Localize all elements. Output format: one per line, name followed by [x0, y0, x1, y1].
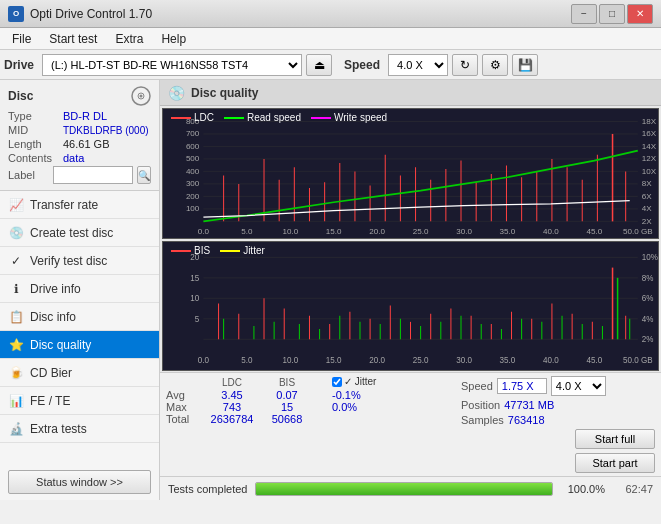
- sidebar-item-disc-info[interactable]: 📋 Disc info: [0, 303, 159, 331]
- refresh-button[interactable]: ↻: [452, 54, 478, 76]
- extra-tests-icon: 🔬: [8, 421, 24, 437]
- svg-text:20.0: 20.0: [369, 356, 385, 365]
- svg-text:15.0: 15.0: [326, 356, 342, 365]
- sidebar-item-drive-info[interactable]: ℹ Drive info: [0, 275, 159, 303]
- jitter-label: ✓ Jitter: [344, 376, 376, 387]
- write-speed-legend: Write speed: [311, 112, 387, 123]
- svg-text:15.0: 15.0: [326, 228, 342, 236]
- start-part-button[interactable]: Start part: [575, 453, 655, 473]
- sidebar-item-verify-test-disc-label: Verify test disc: [30, 254, 107, 268]
- jitter-checkbox[interactable]: [332, 377, 342, 387]
- verify-test-disc-icon: ✓: [8, 253, 24, 269]
- svg-text:20.0: 20.0: [369, 228, 385, 236]
- chart1-svg: 800 700 600 500 400 300 200 100 18X 16X …: [163, 109, 658, 238]
- window-controls: − □ ✕: [571, 4, 653, 24]
- drive-select[interactable]: (L:) HL-DT-ST BD-RE WH16NS58 TST4: [42, 54, 302, 76]
- svg-text:30.0: 30.0: [456, 228, 472, 236]
- samples-label: Samples: [461, 414, 504, 426]
- menu-extra[interactable]: Extra: [107, 30, 151, 48]
- label-input[interactable]: [53, 166, 133, 184]
- svg-text:45.0: 45.0: [586, 356, 602, 365]
- sidebar-item-fe-te[interactable]: 📊 FE / TE: [0, 387, 159, 415]
- app-title: Opti Drive Control 1.70: [30, 7, 152, 21]
- drive-label: Drive: [4, 58, 34, 72]
- content-header-icon: 💿: [168, 85, 185, 101]
- svg-text:50.0 GB: 50.0 GB: [623, 356, 653, 365]
- length-value: 46.61 GB: [63, 138, 109, 150]
- label-browse-button[interactable]: 🔍: [137, 166, 151, 184]
- sidebar-item-extra-tests-label: Extra tests: [30, 422, 87, 436]
- svg-text:14X: 14X: [642, 143, 656, 151]
- speed-label: Speed: [344, 58, 380, 72]
- svg-text:8X: 8X: [642, 180, 652, 188]
- svg-text:400: 400: [186, 168, 199, 176]
- close-button[interactable]: ✕: [627, 4, 653, 24]
- sidebar-item-fe-te-label: FE / TE: [30, 394, 70, 408]
- bis-legend: BIS: [171, 245, 210, 256]
- speed-static-label: Speed: [461, 380, 493, 392]
- avg-label: Avg: [166, 389, 202, 401]
- svg-text:30.0: 30.0: [456, 356, 472, 365]
- content-header: 💿 Disc quality: [160, 80, 661, 106]
- svg-text:25.0: 25.0: [413, 228, 429, 236]
- svg-point-2: [140, 95, 143, 98]
- content-title: Disc quality: [191, 86, 258, 100]
- avg-bis: 0.07: [262, 389, 312, 401]
- contents-label: Contents: [8, 152, 63, 164]
- speed-value: 1.75 X: [497, 378, 547, 394]
- transfer-rate-icon: 📈: [8, 197, 24, 213]
- sidebar-item-cd-bier[interactable]: 🍺 CD Bier: [0, 359, 159, 387]
- mid-value: TDKBLDRFB (000): [63, 125, 149, 136]
- eject-button[interactable]: ⏏: [306, 54, 332, 76]
- svg-text:2%: 2%: [642, 335, 654, 344]
- speed-dropdown[interactable]: 4.0 X: [551, 376, 606, 396]
- total-ldc: 2636784: [202, 413, 262, 425]
- speed-select[interactable]: 4.0 X 2.0 X 1.0 X: [388, 54, 448, 76]
- svg-text:45.0: 45.0: [587, 228, 603, 236]
- main-area: Disc Type BD-R DL MID TDKBLDRFB (000) Le…: [0, 80, 661, 500]
- status-window-button[interactable]: Status window >>: [8, 470, 151, 494]
- svg-text:700: 700: [186, 130, 199, 138]
- sidebar-item-create-test-disc-label: Create test disc: [30, 226, 113, 240]
- max-jitter: 0.0%: [332, 401, 455, 413]
- sidebar-item-verify-test-disc[interactable]: ✓ Verify test disc: [0, 247, 159, 275]
- save-button[interactable]: 💾: [512, 54, 538, 76]
- total-bis: 50668: [262, 413, 312, 425]
- sidebar: Disc Type BD-R DL MID TDKBLDRFB (000) Le…: [0, 80, 160, 500]
- sidebar-item-disc-quality[interactable]: ⭐ Disc quality: [0, 331, 159, 359]
- samples-row: Samples 763418: [461, 414, 655, 426]
- avg-ldc: 3.45: [202, 389, 262, 401]
- svg-text:6%: 6%: [642, 294, 654, 303]
- disc-info-icon: 📋: [8, 309, 24, 325]
- chart2-svg: 20 15 10 5 10% 8% 6% 4% 2% 0.0 5.0 10.0 …: [163, 242, 658, 370]
- svg-text:8%: 8%: [642, 274, 654, 283]
- jitter-legend: Jitter: [220, 245, 265, 256]
- right-controls: Speed 1.75 X 4.0 X Position 47731 MB Sam…: [455, 376, 655, 473]
- menu-file[interactable]: File: [4, 30, 39, 48]
- ldc-header: LDC: [202, 376, 262, 389]
- menu-start-test[interactable]: Start test: [41, 30, 105, 48]
- svg-text:4%: 4%: [642, 315, 654, 324]
- max-ldc: 743: [202, 401, 262, 413]
- svg-text:4X: 4X: [642, 205, 652, 213]
- svg-text:35.0: 35.0: [500, 228, 516, 236]
- svg-text:10%: 10%: [642, 253, 658, 262]
- sidebar-item-transfer-rate[interactable]: 📈 Transfer rate: [0, 191, 159, 219]
- options-button[interactable]: ⚙: [482, 54, 508, 76]
- ldc-legend: LDC: [171, 112, 214, 123]
- svg-text:2X: 2X: [642, 218, 652, 226]
- svg-rect-3: [163, 109, 658, 238]
- avg-jitter: -0.1%: [332, 389, 455, 401]
- sidebar-item-create-test-disc[interactable]: 💿 Create test disc: [0, 219, 159, 247]
- progress-bar-area: Tests completed 100.0% 62:47: [160, 476, 661, 500]
- svg-text:25.0: 25.0: [413, 356, 429, 365]
- svg-text:35.0: 35.0: [500, 356, 516, 365]
- start-full-button[interactable]: Start full: [575, 429, 655, 449]
- maximize-button[interactable]: □: [599, 4, 625, 24]
- chart2-legend: BIS Jitter: [171, 245, 265, 256]
- minimize-button[interactable]: −: [571, 4, 597, 24]
- svg-text:15: 15: [190, 274, 199, 283]
- sidebar-item-extra-tests[interactable]: 🔬 Extra tests: [0, 415, 159, 443]
- samples-value: 763418: [508, 414, 545, 426]
- menu-help[interactable]: Help: [153, 30, 194, 48]
